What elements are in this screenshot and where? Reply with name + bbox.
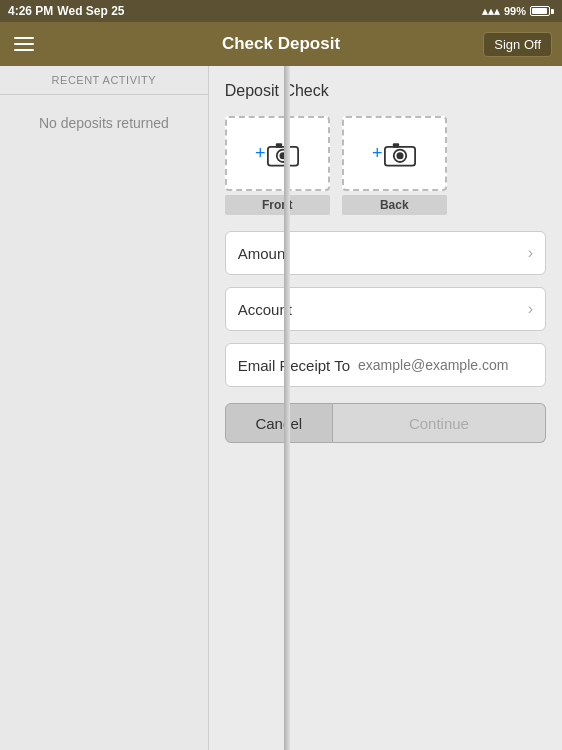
nav-bar: Check Deposit Sign Off (0, 22, 562, 66)
continue-button[interactable]: Continue (333, 403, 546, 443)
deposit-check-title: Deposit Check (225, 82, 546, 100)
front-plus-icon: + (255, 143, 266, 164)
svg-point-6 (397, 152, 404, 159)
main-content: RECENT ACTIVITY No deposits returned Dep… (0, 66, 562, 750)
back-camera-icon (384, 141, 416, 167)
status-bar-right: ▴▴▴ 99% (482, 5, 554, 18)
action-button-row: Cancel Continue (225, 403, 546, 443)
wifi-icon: ▴▴▴ (482, 5, 500, 18)
cancel-button[interactable]: Cancel (225, 403, 333, 443)
hamburger-line-1 (14, 37, 34, 39)
amount-field[interactable]: Amount › (225, 231, 546, 275)
sign-off-button[interactable]: Sign Off (483, 32, 552, 57)
menu-button[interactable] (10, 33, 38, 55)
amount-chevron-icon: › (528, 244, 533, 262)
svg-rect-3 (276, 143, 282, 147)
status-bar-left: 4:26 PM Wed Sep 25 (8, 4, 125, 18)
amount-label: Amount (238, 245, 528, 262)
right-panel: Deposit Check + Front + (209, 66, 562, 750)
date-display: Wed Sep 25 (57, 4, 124, 18)
hamburger-line-3 (14, 49, 34, 51)
battery-icon (530, 6, 554, 16)
hamburger-line-2 (14, 43, 34, 45)
status-bar: 4:26 PM Wed Sep 25 ▴▴▴ 99% (0, 0, 562, 22)
front-camera-button[interactable]: + (225, 116, 330, 191)
no-deposits-message: No deposits returned (39, 115, 169, 131)
back-label: Back (342, 195, 447, 215)
svg-rect-7 (393, 143, 399, 147)
account-label: Account (238, 301, 528, 318)
back-camera-button[interactable]: + (342, 116, 447, 191)
panel-divider (284, 66, 290, 750)
email-receipt-row: Email Receipt To (225, 343, 546, 387)
camera-row: + Front + (225, 116, 546, 215)
email-input[interactable] (358, 357, 533, 373)
account-chevron-icon: › (528, 300, 533, 318)
back-plus-icon: + (372, 143, 383, 164)
account-field[interactable]: Account › (225, 287, 546, 331)
left-panel: RECENT ACTIVITY No deposits returned (0, 66, 209, 750)
time-display: 4:26 PM (8, 4, 53, 18)
page-title: Check Deposit (222, 34, 340, 54)
email-receipt-label: Email Receipt To (238, 357, 350, 374)
front-capture-container: + Front (225, 116, 330, 215)
back-capture-container: + Back (342, 116, 447, 215)
battery-percent: 99% (504, 5, 526, 17)
recent-activity-header: RECENT ACTIVITY (0, 66, 208, 95)
front-label: Front (225, 195, 330, 215)
